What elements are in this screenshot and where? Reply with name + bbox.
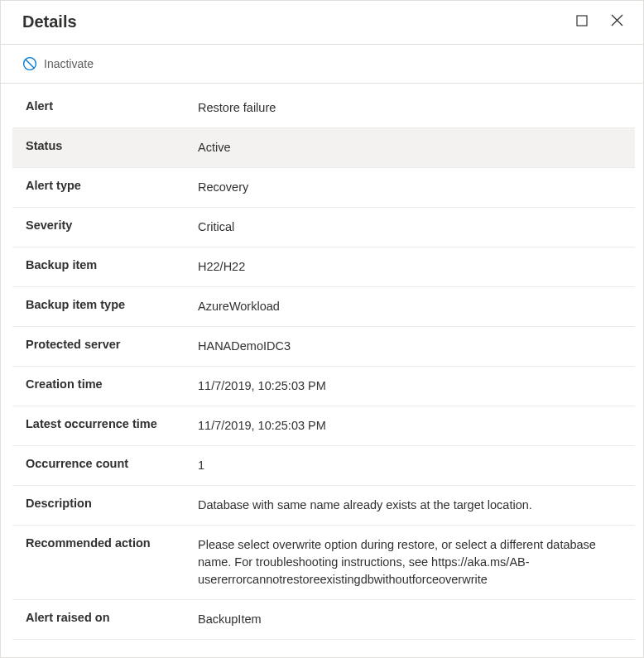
detail-value: Critical [198, 219, 622, 236]
detail-row: Backup itemH22/H22 [12, 247, 635, 287]
detail-value: BackupItem [198, 611, 622, 628]
detail-row: DescriptionDatabase with same name alrea… [12, 486, 635, 526]
detail-label: Status [26, 139, 198, 152]
detail-value: Restore failure [198, 99, 622, 117]
detail-label: Backup item type [26, 298, 198, 311]
maximize-button[interactable] [573, 12, 591, 32]
detail-value: Active [198, 139, 622, 156]
detail-row: Alert typeRecovery [12, 168, 635, 208]
detail-label: Latest occurrence time [26, 417, 198, 430]
detail-value: Please select overwrite option during re… [198, 536, 622, 588]
close-icon [611, 14, 623, 29]
detail-label: Alert raised on [26, 611, 198, 624]
detail-row: Protected serverHANADemoIDC3 [12, 327, 635, 367]
inactivate-label: Inactivate [44, 57, 94, 70]
detail-row: Latest occurrence time11/7/2019, 10:25:0… [12, 406, 635, 446]
detail-label: Severity [26, 219, 198, 232]
detail-row: Alert raised onBackupItem [12, 600, 635, 640]
detail-label: Alert type [26, 179, 198, 192]
detail-value: H22/H22 [198, 258, 622, 276]
detail-row: Backup item typeAzureWorkload [12, 287, 635, 327]
detail-label: Recommended action [26, 536, 198, 550]
detail-table: AlertRestore failureStatusActiveAlert ty… [1, 84, 643, 645]
close-button[interactable] [608, 11, 627, 32]
detail-label: Description [26, 497, 198, 510]
titlebar: Details [1, 1, 643, 45]
inactivate-icon [22, 56, 37, 71]
detail-value: Recovery [198, 179, 622, 196]
svg-line-4 [26, 60, 34, 68]
toolbar: Inactivate [1, 45, 643, 84]
content-scroll[interactable]: AlertRestore failureStatusActiveAlert ty… [1, 84, 643, 657]
maximize-icon [576, 15, 588, 29]
details-window: Details Inactivate AlertRestore fai [0, 0, 644, 658]
detail-row: Recommended actionPlease select overwrit… [12, 526, 635, 600]
detail-row: StatusActive [12, 128, 635, 168]
detail-row: Occurrence count1 [12, 446, 635, 486]
detail-row: Creation time11/7/2019, 10:25:03 PM [12, 367, 635, 406]
detail-label: Creation time [26, 377, 198, 391]
detail-label: Backup item [26, 258, 198, 271]
detail-row: SeverityCritical [12, 208, 635, 247]
detail-value: 1 [198, 457, 622, 474]
detail-row: AlertRestore failure [12, 89, 635, 128]
detail-label: Alert [26, 99, 198, 113]
detail-value: HANADemoIDC3 [198, 338, 622, 355]
window-controls [573, 11, 627, 32]
svg-rect-0 [577, 16, 587, 26]
detail-value: AzureWorkload [198, 298, 622, 315]
detail-label: Protected server [26, 338, 198, 351]
detail-label: Occurrence count [26, 457, 198, 470]
detail-value: 11/7/2019, 10:25:03 PM [198, 377, 622, 395]
inactivate-button[interactable]: Inactivate [22, 55, 94, 73]
detail-value: 11/7/2019, 10:25:03 PM [198, 417, 622, 435]
detail-value: Database with same name already exists a… [198, 497, 622, 514]
window-title: Details [22, 12, 77, 31]
